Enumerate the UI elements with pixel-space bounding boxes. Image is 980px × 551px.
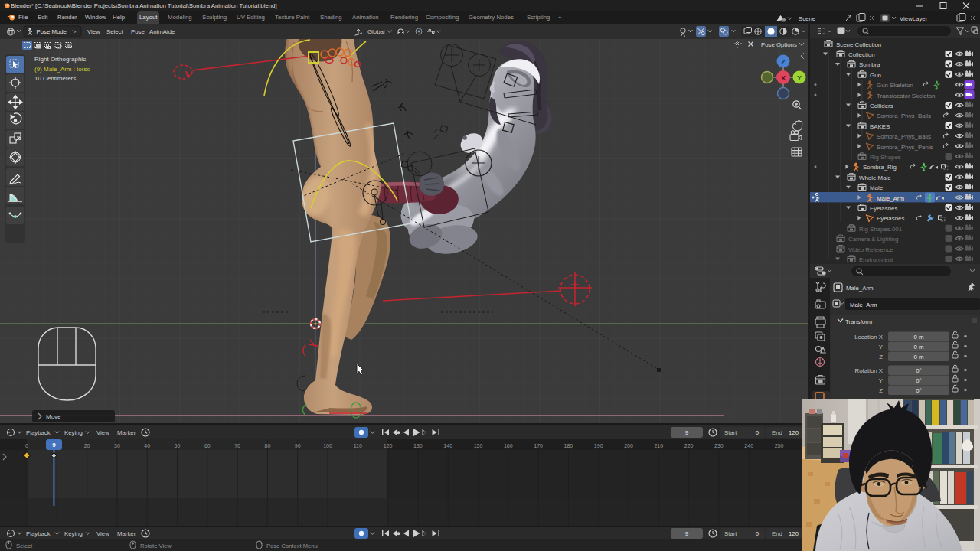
svg-text:Y: Y	[879, 344, 884, 350]
svg-text:View: View	[96, 530, 109, 537]
svg-text:Select: Select	[16, 543, 33, 549]
svg-text:Y: Y	[879, 377, 884, 384]
svg-text:Sombra_Rig: Sombra_Rig	[863, 164, 897, 171]
svg-text:30: 30	[114, 443, 120, 448]
svg-text:Scene Collection: Scene Collection	[836, 41, 881, 48]
svg-text:40: 40	[144, 443, 150, 448]
svg-text:AnimAide: AnimAide	[149, 28, 175, 35]
svg-text:Eyelashes: Eyelashes	[870, 205, 897, 212]
svg-text:10 Centimeters: 10 Centimeters	[34, 75, 76, 82]
svg-text:Sombra_Phys_Balls: Sombra_Phys_Balls	[877, 112, 931, 119]
svg-text:Pose Context Menu: Pose Context Menu	[266, 543, 318, 549]
svg-text:0: 0	[25, 443, 28, 448]
svg-text:Global: Global	[368, 28, 385, 35]
svg-text:50: 50	[175, 443, 181, 448]
svg-text:120: 120	[384, 443, 393, 448]
svg-text:Rig Shapes: Rig Shapes	[870, 154, 901, 161]
svg-text:Start: Start	[724, 429, 737, 436]
svg-text:0°: 0°	[916, 387, 921, 394]
svg-text:Playback: Playback	[26, 429, 51, 436]
svg-text:Gun: Gun	[870, 72, 881, 79]
svg-text:End: End	[772, 530, 782, 537]
svg-text:Select: Select	[106, 28, 124, 35]
svg-text:130: 130	[413, 443, 423, 448]
svg-text:View: View	[96, 429, 109, 436]
svg-text:110: 110	[354, 443, 362, 448]
svg-text:0: 0	[756, 530, 760, 537]
svg-text:End: End	[772, 429, 782, 436]
svg-text:Transform: Transform	[845, 318, 872, 325]
svg-text:9: 9	[685, 429, 689, 436]
svg-text:Right Orthographic: Right Orthographic	[34, 56, 86, 63]
svg-text:9: 9	[685, 530, 689, 537]
svg-text:X: X	[781, 74, 786, 82]
svg-text:0: 0	[756, 429, 760, 436]
svg-text:0 m: 0 m	[914, 334, 924, 341]
svg-text:Eyelashes: Eyelashes	[877, 215, 904, 222]
svg-text:20: 20	[84, 443, 90, 448]
svg-text:100: 100	[323, 443, 332, 448]
svg-text:Male_Arm: Male_Arm	[846, 285, 874, 292]
svg-text:Camera & Lighting: Camera & Lighting	[848, 236, 898, 243]
svg-text:Y: Y	[797, 74, 802, 82]
svg-text:Gun Skeleton: Gun Skeleton	[877, 82, 913, 89]
svg-text:Collection: Collection	[848, 51, 875, 58]
svg-text:Z: Z	[781, 58, 786, 66]
svg-text:Colliders: Colliders	[870, 103, 893, 109]
svg-text:200: 200	[624, 443, 633, 448]
svg-text:Sombra_Phys_Balls: Sombra_Phys_Balls	[877, 133, 931, 140]
svg-text:Location X: Location X	[854, 334, 884, 341]
svg-text:Sombra_Phys_Penis: Sombra_Phys_Penis	[877, 144, 933, 151]
svg-text:Move: Move	[46, 413, 61, 420]
svg-text:Keying: Keying	[64, 530, 83, 537]
svg-text:Video Reference: Video Reference	[848, 246, 893, 253]
svg-text:70: 70	[234, 443, 240, 448]
svg-text:0°: 0°	[916, 367, 921, 374]
svg-text:Marker: Marker	[117, 429, 136, 436]
svg-text:230: 230	[714, 443, 724, 448]
svg-text:View: View	[87, 28, 100, 35]
svg-text:9: 9	[52, 442, 56, 448]
svg-text:Rotation X: Rotation X	[855, 367, 884, 374]
svg-text:Pose Mode: Pose Mode	[37, 28, 67, 35]
svg-text:Playback: Playback	[26, 530, 51, 537]
svg-text:Z: Z	[879, 387, 883, 394]
svg-text:90: 90	[295, 443, 301, 448]
svg-text:210: 210	[654, 443, 663, 448]
svg-text:Scene: Scene	[799, 15, 815, 22]
svg-text:Environment: Environment	[859, 256, 893, 263]
svg-text:Whole Male: Whole Male	[859, 174, 891, 181]
svg-text:Male_Arm: Male_Arm	[850, 302, 877, 308]
svg-text:150: 150	[474, 443, 483, 448]
svg-text:Pose Options: Pose Options	[761, 41, 797, 48]
svg-text:Keying: Keying	[64, 429, 83, 436]
svg-text:140: 140	[443, 443, 452, 448]
svg-text:220: 220	[684, 443, 694, 448]
svg-text:120: 120	[789, 429, 799, 436]
svg-text:60: 60	[204, 443, 211, 448]
svg-text:0 m: 0 m	[914, 354, 924, 360]
svg-text:0 m: 0 m	[914, 344, 924, 350]
svg-text:190: 190	[594, 443, 603, 448]
svg-text:0°: 0°	[916, 377, 921, 384]
svg-text:Rig Shapes.001: Rig Shapes.001	[859, 226, 902, 233]
svg-text:250: 250	[775, 443, 784, 448]
svg-text:120: 120	[789, 530, 799, 537]
svg-text:Male: Male	[870, 184, 884, 191]
svg-text:Rotate View: Rotate View	[140, 543, 172, 549]
svg-text:Z: Z	[879, 354, 883, 360]
svg-text:Pose: Pose	[131, 28, 145, 35]
svg-text:180: 180	[564, 443, 573, 448]
svg-text:170: 170	[534, 443, 543, 448]
svg-text:80: 80	[265, 443, 271, 448]
svg-text:160: 160	[504, 443, 513, 448]
svg-text:Male_Arm: Male_Arm	[877, 195, 904, 202]
svg-text:ViewLayer: ViewLayer	[900, 15, 928, 22]
svg-text:Marker: Marker	[117, 530, 136, 537]
svg-text:Sombra: Sombra	[859, 61, 880, 68]
svg-text:Start: Start	[724, 530, 737, 537]
svg-text:240: 240	[744, 443, 753, 448]
svg-text:(9) Male_Arm : torso: (9) Male_Arm : torso	[34, 66, 90, 73]
svg-text:BAKES: BAKES	[870, 123, 890, 130]
svg-text:Translocator Skeleton: Translocator Skeleton	[877, 93, 935, 99]
